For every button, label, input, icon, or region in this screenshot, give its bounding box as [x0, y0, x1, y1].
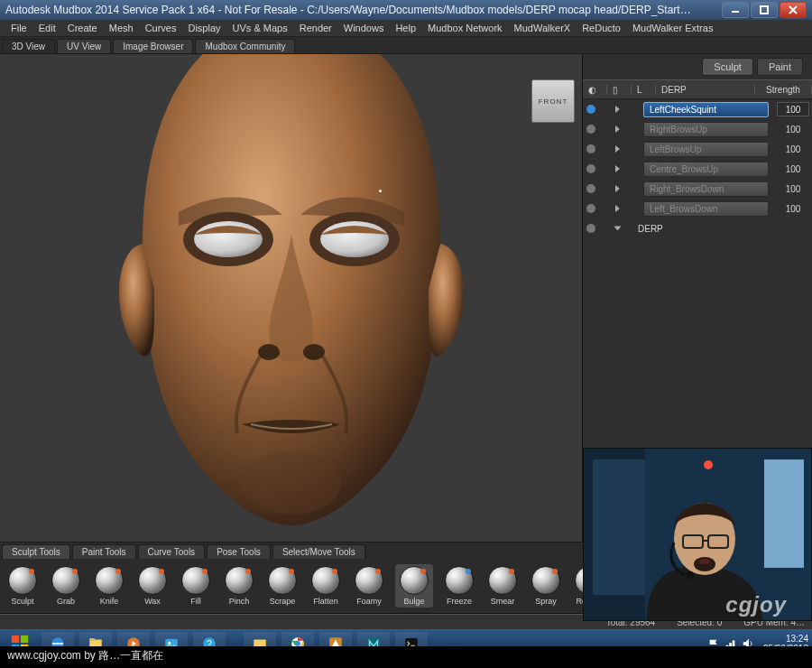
disclosure-icon[interactable]: [615, 205, 620, 212]
tool-label: Wax: [144, 597, 161, 606]
tab-3d-view[interactable]: 3D View: [2, 39, 55, 53]
lock-toggle[interactable]: [601, 224, 610, 233]
disclosure-icon[interactable]: [615, 185, 620, 192]
tab-uv-view[interactable]: UV View: [57, 39, 111, 53]
tool-flatten[interactable]: Flatten: [309, 566, 343, 606]
tool-smear[interactable]: Smear: [485, 566, 520, 606]
maximize-button[interactable]: [751, 2, 778, 18]
layer-name[interactable]: RightBrowsUp: [643, 122, 769, 137]
tool-label: Spray: [535, 597, 557, 606]
viewport-3d[interactable]: FRONT: [0, 54, 582, 542]
tool-fill[interactable]: Fill: [179, 566, 213, 606]
visibility-toggle[interactable]: [586, 105, 595, 114]
lock-toggle[interactable]: [601, 184, 610, 193]
brush-ball-icon: [138, 566, 167, 595]
tab-paint[interactable]: Paint: [757, 58, 803, 76]
layer-row[interactable]: RightBrowsUp 100: [583, 119, 812, 139]
menu-mudwalkerx[interactable]: MudWalkerX: [509, 22, 577, 34]
visibility-toggle[interactable]: [586, 144, 595, 153]
layer-row[interactable]: Right_BrowsDown 100: [583, 179, 812, 199]
menu-edit[interactable]: Edit: [33, 22, 61, 34]
lock-toggle[interactable]: [601, 125, 610, 134]
layer-row[interactable]: LeftCheekSquint: [583, 99, 812, 119]
layer-name[interactable]: Right_BrowsDown: [643, 181, 769, 197]
disclosure-icon[interactable]: [615, 125, 620, 133]
layer-row[interactable]: LeftBrowsUp 100: [583, 139, 812, 159]
brush-ball-icon: [400, 566, 429, 595]
visibility-toggle[interactable]: [586, 184, 595, 193]
tab-paint-tools[interactable]: Paint Tools: [72, 544, 136, 559]
viewcube[interactable]: FRONT: [531, 79, 575, 123]
menu-mudbox-network[interactable]: Mudbox Network: [422, 22, 508, 34]
visibility-toggle[interactable]: [586, 204, 595, 213]
tool-knife[interactable]: Knife: [92, 566, 126, 606]
tool-foamy[interactable]: Foamy: [352, 566, 386, 606]
tool-label: Flatten: [313, 597, 338, 606]
layer-name[interactable]: LeftBrowsUp: [643, 142, 769, 157]
layer-name[interactable]: Left_BrowsDown: [643, 201, 769, 217]
tool-scrape[interactable]: Scrape: [265, 566, 300, 606]
menu-help[interactable]: Help: [390, 22, 421, 34]
disclosure-icon[interactable]: [615, 106, 620, 113]
visibility-toggle[interactable]: [586, 164, 595, 173]
brush-ball-icon: [181, 566, 210, 595]
lock-toggle[interactable]: [601, 105, 610, 114]
svg-point-6: [303, 344, 325, 360]
tool-label: Pinch: [229, 597, 250, 606]
disclosure-icon[interactable]: [615, 165, 620, 172]
layer-name[interactable]: LeftCheekSquint: [643, 102, 769, 117]
tool-sculpt[interactable]: Sculpt: [5, 566, 40, 606]
menu-display[interactable]: Display: [182, 22, 226, 34]
tool-freeze[interactable]: Freeze: [442, 566, 476, 606]
minimize-button[interactable]: [722, 2, 749, 18]
tool-spray[interactable]: Spray: [529, 566, 563, 606]
tab-curve-tools[interactable]: Curve Tools: [138, 544, 206, 559]
layer-name[interactable]: Centre_BrowsUp: [643, 162, 769, 177]
tab-select-move-tools[interactable]: Select/Move Tools: [272, 544, 365, 559]
tab-pose-tools[interactable]: Pose Tools: [207, 544, 271, 559]
clock-time: 13:24: [763, 634, 808, 644]
menu-uvsmaps[interactable]: UVs & Maps: [227, 22, 293, 34]
tool-bulge[interactable]: Bulge: [395, 564, 433, 608]
tab-sculpt-tools[interactable]: Sculpt Tools: [2, 544, 70, 559]
tool-grab[interactable]: Grab: [49, 566, 83, 606]
layer-row[interactable]: Left_BrowsDown 100: [583, 199, 812, 218]
menu-reducto[interactable]: ReDucto: [577, 22, 626, 34]
visibility-toggle[interactable]: [586, 224, 595, 233]
close-button[interactable]: [780, 2, 807, 18]
lock-toggle[interactable]: [601, 144, 610, 153]
tab-image-browser[interactable]: Image Browser: [113, 39, 193, 53]
tool-label: Bulge: [403, 597, 424, 606]
menu-curves[interactable]: Curves: [140, 22, 182, 34]
disclosure-icon[interactable]: [615, 145, 620, 153]
cursor-marker: [379, 190, 382, 192]
tool-wax[interactable]: Wax: [135, 566, 170, 606]
layer-strength: 100: [774, 125, 812, 135]
disclosure-icon[interactable]: [614, 227, 622, 231]
tool-pinch[interactable]: Pinch: [222, 566, 256, 606]
tab-sculpt[interactable]: Sculpt: [702, 58, 753, 76]
model-head: [0, 54, 582, 542]
layer-name[interactable]: DERP: [632, 222, 812, 236]
viewcube-face-label: FRONT: [539, 97, 568, 106]
brush-ball-icon: [51, 566, 80, 595]
menu-mesh[interactable]: Mesh: [104, 22, 139, 34]
svg-rect-35: [764, 459, 804, 568]
menu-mudwalker-extras[interactable]: MudWalker Extras: [627, 22, 718, 34]
layer-strength[interactable]: [774, 102, 812, 116]
menu-create[interactable]: Create: [62, 22, 103, 34]
view-tabs: 3D View UV View Image Browser Mudbox Com…: [0, 37, 812, 54]
svg-point-7: [242, 451, 341, 515]
strength-input[interactable]: [777, 102, 809, 116]
layer-row-root[interactable]: DERP: [583, 218, 812, 238]
menu-file[interactable]: File: [5, 22, 32, 34]
visibility-toggle[interactable]: [586, 125, 595, 134]
menu-windows[interactable]: Windows: [338, 22, 390, 34]
brush-ball-icon: [445, 566, 474, 595]
layer-row[interactable]: Centre_BrowsUp 100: [583, 159, 812, 179]
lock-toggle[interactable]: [601, 164, 610, 173]
tab-mudbox-community[interactable]: Mudbox Community: [195, 39, 295, 53]
svg-point-34: [704, 460, 713, 469]
lock-toggle[interactable]: [601, 204, 610, 213]
menu-render[interactable]: Render: [294, 22, 337, 34]
